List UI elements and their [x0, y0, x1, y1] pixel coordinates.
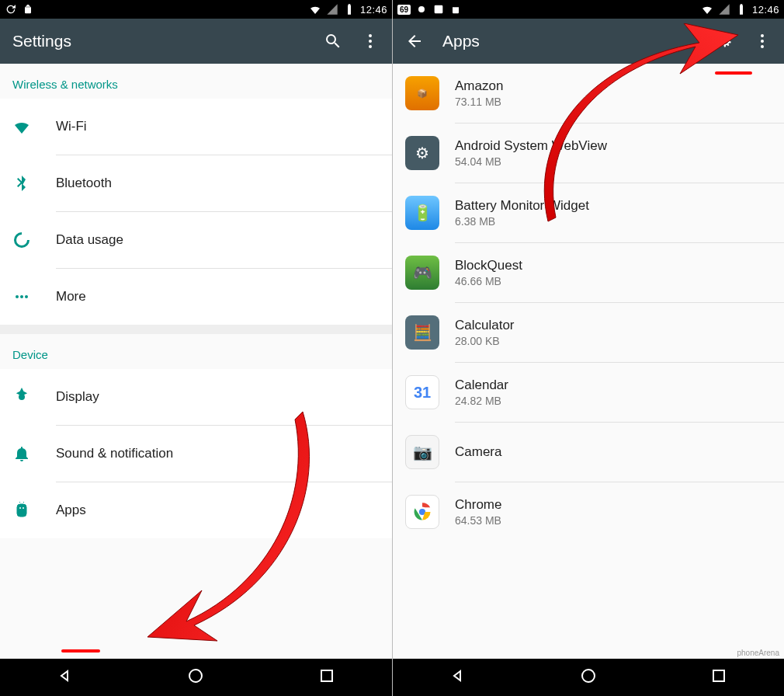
gear-icon: ⚙	[717, 33, 733, 50]
notif-badge: 69	[397, 5, 411, 15]
recent-icon	[709, 666, 728, 685]
signal-icon	[326, 3, 338, 16]
more-vert-icon	[361, 32, 380, 50]
settings-screen: 12:46 Settings Wireless & networks Wi-Fi…	[0, 0, 392, 696]
svg-point-8	[23, 507, 24, 509]
nav-recent[interactable]	[709, 666, 728, 688]
android-icon	[22, 3, 34, 16]
nav-bar	[393, 659, 784, 696]
row-apps[interactable]: Apps	[0, 482, 392, 538]
app-name: BlockQuest	[455, 258, 772, 273]
app-size: 6.38 MB	[455, 215, 772, 228]
signal-icon	[718, 3, 730, 16]
app-name: Android System WebView	[455, 138, 772, 154]
wifi-icon	[309, 3, 321, 16]
svg-point-15	[761, 45, 764, 48]
app-icon: 🎮	[405, 256, 439, 290]
app-row[interactable]: 📷Camera	[393, 423, 784, 482]
svg-point-5	[25, 295, 28, 298]
section-device: Device	[0, 334, 392, 369]
svg-point-11	[418, 6, 425, 12]
app-name: Camera	[455, 444, 772, 460]
overflow-button[interactable]	[361, 32, 380, 50]
status-bar: 12:46	[0, 0, 392, 19]
overflow-button[interactable]	[753, 32, 772, 50]
svg-point-14	[761, 40, 764, 43]
clock: 12:46	[752, 4, 779, 16]
app-row[interactable]: 🧮Calculator28.00 KB	[393, 303, 784, 362]
app-icon: 🧮	[405, 315, 439, 350]
svg-point-0	[369, 34, 372, 37]
app-icon: 📦	[405, 76, 439, 110]
nav-home[interactable]	[579, 666, 598, 688]
nav-recent[interactable]	[317, 666, 336, 688]
svg-point-9	[189, 670, 202, 682]
row-label: Apps	[56, 503, 86, 517]
apps-list[interactable]: 📦Amazon73.11 MB⚙Android System WebView54…	[393, 64, 784, 659]
home-icon	[186, 666, 205, 685]
app-icon: ⚙	[405, 136, 439, 170]
page-title: Settings	[12, 32, 305, 50]
row-bluetooth[interactable]: Bluetooth	[0, 155, 392, 211]
row-label: Bluetooth	[56, 176, 112, 190]
svg-rect-12	[435, 5, 443, 14]
app-name: Amazon	[455, 78, 772, 94]
back-button[interactable]	[405, 32, 424, 50]
app-row[interactable]: ⚙Android System WebView54.04 MB	[393, 124, 784, 183]
nav-back[interactable]	[449, 666, 467, 688]
app-icon: 📷	[405, 435, 439, 469]
nav-home[interactable]	[186, 666, 205, 688]
data-usage-icon	[12, 231, 31, 249]
row-label: Wi-Fi	[56, 119, 87, 134]
row-sound[interactable]: Sound & notification	[0, 426, 392, 482]
android-icon	[449, 3, 462, 16]
apps-screen: 69 12:46 Apps ⚙ 📦Amazon73.11 MB⚙Android …	[392, 0, 784, 696]
app-row[interactable]: 🔋Battery Monitor Widget6.38 MB	[393, 183, 784, 242]
display-icon	[12, 388, 31, 406]
back-icon	[56, 666, 75, 685]
search-button[interactable]	[324, 32, 342, 50]
status-bar: 69 12:46	[393, 0, 784, 19]
settings-content[interactable]: Wireless & networks Wi-Fi Bluetooth Data…	[0, 64, 392, 659]
app-size: 28.00 KB	[455, 335, 772, 347]
svg-point-13	[761, 34, 764, 37]
wifi-icon	[701, 3, 713, 16]
app-size: 46.66 MB	[455, 275, 772, 287]
image-icon	[432, 3, 445, 16]
row-label: More	[56, 289, 86, 304]
apps-toolbar: Apps ⚙	[393, 19, 784, 64]
app-icon	[405, 495, 439, 529]
row-label: Sound & notification	[56, 446, 173, 461]
row-more[interactable]: More	[0, 269, 392, 325]
settings-button[interactable]: ⚙	[716, 32, 734, 50]
page-title: Apps	[442, 32, 697, 50]
home-icon	[579, 666, 598, 685]
app-row[interactable]: 📦Amazon73.11 MB	[393, 64, 784, 123]
svg-point-3	[16, 295, 19, 298]
row-data-usage[interactable]: Data usage	[0, 212, 392, 268]
bluetooth-icon	[12, 174, 31, 193]
section-wireless: Wireless & networks	[0, 64, 392, 99]
more-horiz-icon	[12, 287, 31, 306]
nav-back[interactable]	[56, 666, 75, 688]
app-size: 54.04 MB	[455, 155, 772, 168]
back-icon	[449, 666, 467, 685]
watermark: phoneArena	[737, 649, 780, 657]
svg-point-1	[369, 40, 372, 43]
svg-point-4	[20, 295, 23, 298]
battery-icon	[735, 3, 748, 16]
svg-point-6	[19, 394, 25, 400]
app-row[interactable]: Chrome64.53 MB	[393, 482, 784, 541]
bell-icon	[12, 444, 31, 463]
settings-toolbar: Settings	[0, 19, 392, 64]
app-row[interactable]: 🎮BlockQuest46.66 MB	[393, 243, 784, 302]
app-row[interactable]: 31Calendar24.82 MB	[393, 363, 784, 422]
svg-point-2	[369, 45, 372, 48]
row-wifi[interactable]: Wi-Fi	[0, 99, 392, 155]
search-icon	[324, 32, 342, 50]
svg-point-18	[582, 670, 595, 682]
app-name: Calendar	[455, 378, 772, 393]
app-icon: 31	[405, 375, 439, 409]
app-size: 24.82 MB	[455, 395, 772, 407]
row-display[interactable]: Display	[0, 369, 392, 425]
